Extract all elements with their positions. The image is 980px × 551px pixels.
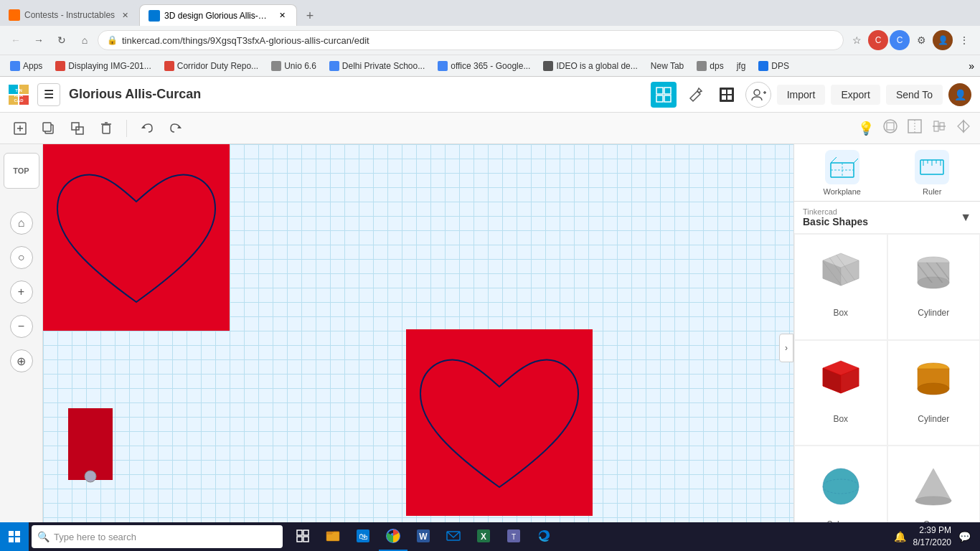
bookmark-delhi[interactable]: Delhi Private Schoo...: [325, 60, 429, 72]
bookmark-label-unio: Unio 6.6: [284, 61, 316, 71]
taskbar: 🔍 Type here to search 🛍: [0, 522, 980, 551]
shape-thumb-sphere-blue: [812, 458, 870, 515]
svg-rect-78: [15, 531, 20, 536]
workplane-tool[interactable]: Workplane: [800, 150, 885, 196]
taskbar-date-value: 8/17/2020: [913, 537, 951, 549]
bookmark-img[interactable]: Displaying IMG-201...: [51, 60, 155, 72]
shape-name-cylinder-orange: Cylinder: [918, 414, 949, 424]
user-avatar[interactable]: 👤: [948, 83, 971, 106]
notifications-button[interactable]: 🔔: [890, 527, 910, 547]
shape-thumb-cone-gray: [905, 458, 962, 515]
svg-rect-82: [303, 530, 308, 535]
bookmark-dps2[interactable]: DPS: [754, 60, 793, 72]
svg-rect-86: [326, 532, 332, 534]
taskbar-mail[interactable]: [439, 522, 468, 551]
duplicate-button[interactable]: [66, 117, 89, 140]
import-button[interactable]: Import: [777, 85, 826, 105]
bookmark-apps[interactable]: Apps: [6, 60, 47, 72]
shape-top-left: [43, 144, 230, 331]
mirror-icon: [907, 118, 923, 138]
new-shape-button[interactable]: [9, 117, 32, 140]
tab-contests[interactable]: Contests - Instructables ✕: [0, 4, 139, 26]
taskbar-right: 🔔 2:39 PM 8/17/2020 💬: [890, 524, 980, 549]
undo-button[interactable]: [136, 117, 159, 140]
address-bar[interactable]: 🔒 tinkercad.com/things/9XgsqT3sfxA-glori…: [98, 30, 844, 50]
reset-view-button[interactable]: ⊕: [10, 349, 33, 372]
user-account-button[interactable]: 👤: [933, 30, 953, 50]
extension-button[interactable]: C: [868, 30, 888, 50]
tc-right-panel: Workplane Ruler: [793, 144, 980, 551]
svg-text:🛍: 🛍: [359, 532, 367, 542]
fit-view-button[interactable]: ○: [10, 246, 33, 269]
tc-canvas[interactable]: › Edit Grid Snap Grid 1.0 mm: [43, 144, 793, 551]
tinkercad-logo-svg: TIN KER CAD: [9, 85, 29, 105]
bookmark-unio[interactable]: Unio 6.6: [267, 60, 321, 72]
shapes-panel-button[interactable]: [714, 82, 740, 108]
taskbar-items: 🛍 W: [288, 522, 558, 551]
ruler-tool[interactable]: Ruler: [890, 150, 975, 196]
bookmark-corridor[interactable]: Corridor Duty Repo...: [160, 60, 263, 72]
export-button[interactable]: Export: [831, 85, 880, 105]
copy-button[interactable]: [37, 117, 60, 140]
taskbar-store[interactable]: 🛍: [349, 522, 377, 551]
taskbar-excel[interactable]: X: [469, 522, 498, 551]
bookmark-button[interactable]: ☆: [847, 30, 867, 50]
grid-view-button[interactable]: [651, 82, 677, 108]
bookmarks-more-button[interactable]: »: [969, 60, 974, 72]
tab-close-contests[interactable]: ✕: [119, 9, 131, 21]
delete-button[interactable]: [95, 117, 118, 140]
bookmark-newtab[interactable]: New Tab: [646, 60, 688, 72]
bookmark-label-ideo: IDEO is a global de...: [556, 61, 637, 71]
bookmark-ideo[interactable]: IDEO is a global de...: [539, 60, 641, 72]
shape-item-box-gray[interactable]: Box: [794, 234, 887, 340]
taskbar-file-explorer[interactable]: [319, 522, 347, 551]
new-tab-button[interactable]: +: [300, 6, 320, 26]
start-button[interactable]: [0, 522, 29, 551]
settings-button[interactable]: ⚙: [911, 30, 931, 50]
svg-rect-77: [9, 531, 14, 536]
extension-button-2[interactable]: C: [890, 30, 910, 50]
home-button[interactable]: ⌂: [75, 30, 95, 50]
svg-rect-12: [722, 90, 726, 94]
redo-button[interactable]: [164, 117, 187, 140]
bookmark-dps[interactable]: dps: [692, 60, 727, 72]
action-center-button[interactable]: 💬: [954, 527, 974, 547]
svg-text:KER: KER: [14, 93, 24, 98]
tc-menu-button[interactable]: ☰: [37, 83, 60, 106]
tab-tinkercad[interactable]: 3D design Glorious Allis-Curcan ✕: [139, 4, 297, 26]
refresh-button[interactable]: ↻: [52, 30, 72, 50]
tab-bar: Contests - Instructables ✕ 3D design Glo…: [0, 0, 980, 26]
taskbar-teams[interactable]: T: [499, 522, 528, 551]
sendto-button[interactable]: Send To: [886, 85, 943, 105]
taskbar-edge[interactable]: [529, 522, 558, 551]
zoom-out-button[interactable]: −: [10, 315, 33, 338]
svg-text:T: T: [512, 533, 516, 541]
bookmark-favicon-apps: [10, 61, 20, 71]
menu-button[interactable]: ⋮: [954, 30, 974, 50]
shape-item-cylinder-gray[interactable]: Cylinder: [887, 234, 981, 340]
svg-rect-15: [727, 95, 732, 100]
bookmark-favicon-dps: [697, 61, 707, 71]
tools-button[interactable]: [682, 82, 708, 108]
address-bar-row: ← → ↻ ⌂ 🔒 tinkercad.com/things/9XgsqT3sf…: [0, 26, 980, 55]
taskbar-chrome[interactable]: [379, 522, 407, 551]
zoom-in-button[interactable]: +: [10, 281, 33, 303]
bookmark-jfg[interactable]: jfg: [732, 60, 750, 72]
back-button[interactable]: ←: [6, 30, 26, 50]
tc-header: TIN KER CAD ☰ Glorious Allis-Curcan: [0, 77, 980, 113]
category-dropdown-icon[interactable]: ▼: [960, 211, 971, 224]
bookmark-office365[interactable]: office 365 - Google...: [433, 60, 534, 72]
forward-button[interactable]: →: [29, 30, 49, 50]
taskbar-search-box[interactable]: 🔍 Type here to search: [32, 525, 283, 548]
home-view-button[interactable]: ⌂: [10, 212, 33, 235]
view-top-button[interactable]: TOP: [4, 153, 39, 189]
shape-item-cylinder-orange[interactable]: Cylinder: [887, 340, 981, 446]
taskbar-task-view[interactable]: [288, 522, 317, 551]
svg-point-41: [85, 471, 96, 482]
tab-close-tinkercad[interactable]: ✕: [276, 10, 288, 22]
shape-item-box-red[interactable]: Box: [794, 340, 887, 446]
add-user-button[interactable]: [745, 82, 771, 108]
taskbar-word[interactable]: W: [409, 522, 438, 551]
svg-point-72: [918, 383, 949, 395]
panel-collapse-button[interactable]: ›: [779, 334, 793, 362]
